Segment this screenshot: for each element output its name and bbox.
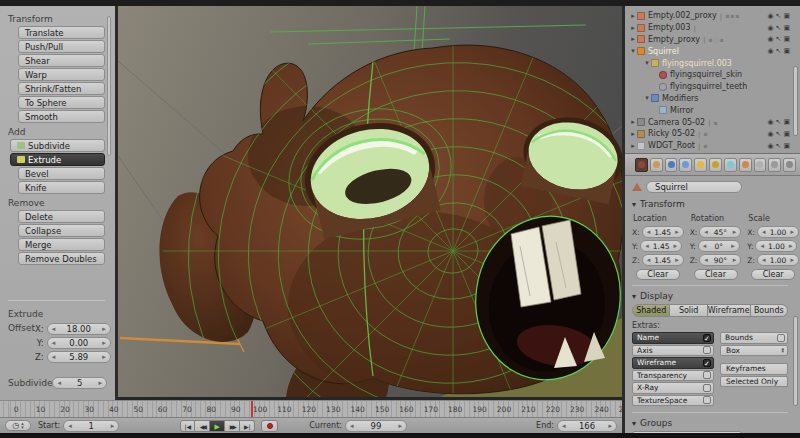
- remove-doubles-button[interactable]: Remove Doubles: [18, 252, 105, 265]
- tab-texture-icon[interactable]: [754, 158, 767, 172]
- push-pull-button[interactable]: Push/Pull: [18, 40, 105, 53]
- start-frame-stepper[interactable]: 1: [63, 420, 119, 432]
- scale-x-stepper[interactable]: 1.00: [757, 226, 799, 238]
- location-y-stepper[interactable]: 1.45: [640, 240, 682, 252]
- keyframes-toggle[interactable]: Keyframes: [720, 363, 788, 375]
- expand-icon[interactable]: [629, 142, 637, 150]
- tab-modifiers-icon[interactable]: [709, 158, 722, 172]
- selectable-cursor-icon[interactable]: [776, 47, 782, 55]
- rotation-x-stepper[interactable]: 45°: [699, 226, 741, 238]
- scale-z-stepper[interactable]: 1.00: [757, 254, 799, 266]
- subdivide-count-stepper[interactable]: 5: [52, 377, 107, 389]
- toggle-texturespace[interactable]: TextureSpace: [632, 395, 714, 407]
- expand-icon[interactable]: [629, 35, 637, 43]
- checkbox-icon[interactable]: [703, 384, 711, 392]
- checkbox-icon[interactable]: [703, 346, 711, 354]
- collapse-button[interactable]: Collapse: [18, 224, 105, 237]
- renderable-icon[interactable]: [783, 142, 790, 150]
- outliner-row-empty-002-proxy[interactable]: Empty.002_proxy ▪▪▪: [629, 10, 790, 22]
- translate-button[interactable]: Translate: [18, 26, 105, 39]
- location-x-stepper[interactable]: 1.45: [642, 226, 684, 238]
- selected-only-toggle[interactable]: Selected Only: [720, 376, 788, 388]
- toggle-name[interactable]: Name: [632, 332, 714, 344]
- checkbox-icon[interactable]: [703, 334, 711, 342]
- offset-x-stepper[interactable]: 18.00: [47, 323, 111, 335]
- clear-location-button[interactable]: Clear: [636, 269, 680, 280]
- expand-icon[interactable]: [629, 24, 637, 32]
- outliner-row-mesh-data[interactable]: flyingsquirrel.003: [629, 57, 790, 69]
- outliner-scrollbar[interactable]: [793, 66, 798, 136]
- outliner-row-squirrel[interactable]: Squirrel: [629, 45, 790, 57]
- transform-panel-header[interactable]: Transform: [632, 199, 788, 209]
- rotation-y-stepper[interactable]: 0°: [698, 240, 740, 252]
- selectable-cursor-icon[interactable]: [776, 35, 782, 43]
- selectable-cursor-icon[interactable]: [776, 130, 782, 138]
- editor-type-button[interactable]: [5, 420, 31, 431]
- visibility-eye-icon[interactable]: [767, 130, 773, 138]
- end-frame-stepper[interactable]: 166: [557, 420, 617, 432]
- warp-button[interactable]: Warp: [18, 68, 105, 81]
- toggle-transparency[interactable]: Transparency: [632, 370, 714, 382]
- object-name-field[interactable]: Squirrel: [646, 181, 742, 193]
- visibility-eye-icon[interactable]: [767, 35, 773, 43]
- scale-y-stepper[interactable]: 1.00: [755, 240, 797, 252]
- expand-icon[interactable]: [629, 47, 637, 55]
- smooth-button[interactable]: Smooth: [18, 110, 105, 123]
- tab-particles-icon[interactable]: [768, 158, 781, 172]
- expand-icon[interactable]: [629, 130, 637, 138]
- tab-material-icon[interactable]: [739, 158, 752, 172]
- visibility-eye-icon[interactable]: [767, 24, 773, 32]
- selectable-cursor-icon[interactable]: [776, 118, 782, 126]
- tab-scene-icon[interactable]: [650, 158, 663, 172]
- outliner-row-empty-proxy[interactable]: Empty_proxy ▪◌▪: [629, 34, 790, 46]
- selectable-cursor-icon[interactable]: [776, 24, 782, 32]
- renderable-icon[interactable]: [783, 24, 790, 32]
- jump-to-end-button[interactable]: [240, 420, 255, 432]
- clear-scale-button[interactable]: Clear: [751, 269, 795, 280]
- toggle-axis[interactable]: Axis: [632, 345, 714, 357]
- draw-mode-solid-button[interactable]: Solid: [670, 304, 707, 317]
- checkbox-icon[interactable]: [703, 371, 711, 379]
- draw-mode-bounds-button[interactable]: Bounds: [751, 304, 788, 317]
- properties-scrollbar[interactable]: [793, 316, 798, 406]
- bevel-button[interactable]: Bevel: [18, 167, 105, 180]
- outliner-row-material-skin[interactable]: flyingsquirrel_skin: [629, 69, 790, 81]
- offset-y-stepper[interactable]: 0.00: [47, 337, 111, 349]
- expand-icon[interactable]: [629, 118, 637, 126]
- tab-physics-icon[interactable]: [783, 158, 796, 172]
- tab-render-icon[interactable]: [635, 158, 648, 172]
- offset-z-stepper[interactable]: 5.89: [47, 351, 111, 363]
- visibility-eye-icon[interactable]: [767, 47, 773, 55]
- renderable-icon[interactable]: [783, 12, 790, 20]
- shrink-fatten-button[interactable]: Shrink/Fatten: [18, 82, 105, 95]
- merge-button[interactable]: Merge: [18, 238, 105, 251]
- checkbox-icon[interactable]: [703, 359, 711, 367]
- rotation-z-stepper[interactable]: 90°: [699, 254, 741, 266]
- outliner-row-camera[interactable]: Camera 05-02 ▪: [629, 116, 790, 128]
- clear-rotation-button[interactable]: Clear: [694, 269, 738, 280]
- outliner-row-ricky[interactable]: Ricky 05-02 ▪: [629, 128, 790, 140]
- knife-button[interactable]: Knife: [18, 181, 105, 194]
- checkbox-icon[interactable]: [777, 334, 785, 342]
- toggle-xray[interactable]: X-Ray: [632, 382, 714, 394]
- groups-panel-header[interactable]: Groups: [632, 418, 788, 428]
- display-panel-header[interactable]: Display: [632, 291, 788, 301]
- current-frame-stepper[interactable]: 99: [345, 420, 407, 432]
- tool-shelf-scrollbar[interactable]: [107, 16, 111, 156]
- timeline-ruler[interactable]: 010 2030 4050 6070 8090 100110 120130 14…: [0, 400, 622, 418]
- outliner-row-wdgt-root[interactable]: WDGT_Root ▪: [629, 140, 790, 152]
- bounds-type-dropdown[interactable]: Box: [720, 345, 788, 357]
- selectable-cursor-icon[interactable]: [776, 12, 782, 20]
- expand-icon[interactable]: [643, 94, 651, 102]
- visibility-eye-icon[interactable]: [767, 118, 773, 126]
- draw-mode-wireframe-button[interactable]: Wireframe: [708, 304, 751, 317]
- tab-constraints-icon[interactable]: [694, 158, 707, 172]
- tab-object-icon[interactable]: [679, 158, 692, 172]
- tab-world-icon[interactable]: [665, 158, 678, 172]
- selectable-cursor-icon[interactable]: [776, 142, 782, 150]
- outliner-row-mirror-modifier[interactable]: Mirror: [629, 104, 790, 116]
- renderable-icon[interactable]: [783, 47, 790, 55]
- subdivide-button[interactable]: Subdivide: [10, 139, 105, 152]
- viewport-3d[interactable]: [118, 6, 622, 400]
- record-button[interactable]: [261, 420, 278, 432]
